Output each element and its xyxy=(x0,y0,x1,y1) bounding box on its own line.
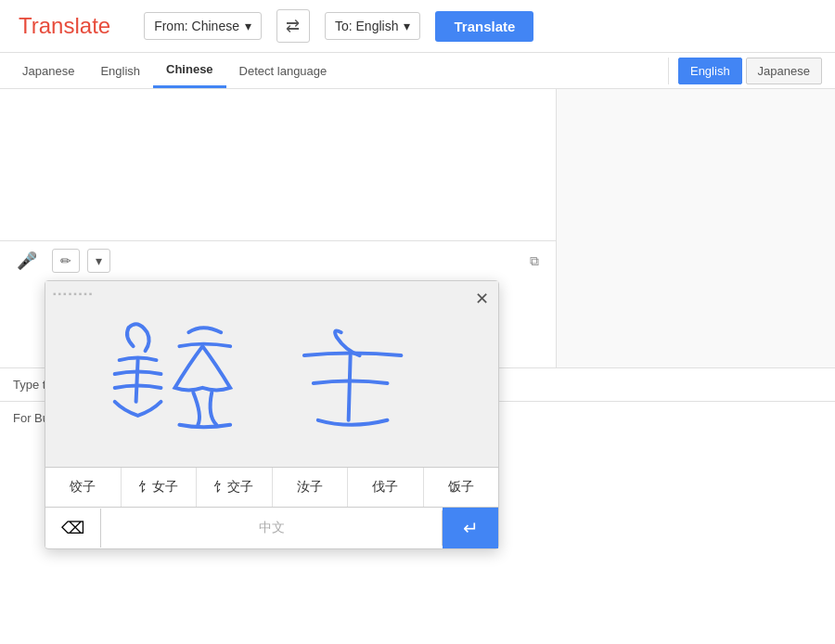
handwriting-button[interactable]: ✏ xyxy=(52,249,80,273)
dots-pattern: ▪▪▪▪▪▪▪▪ xyxy=(53,289,94,299)
app-logo: Translate xyxy=(19,13,110,39)
tab-chinese[interactable]: Chinese xyxy=(153,53,226,88)
tab-detect-language[interactable]: Detect language xyxy=(226,53,340,88)
handwriting-canvas[interactable] xyxy=(45,281,498,434)
handwriting-close-button[interactable]: ✕ xyxy=(475,289,489,309)
to-language-selector[interactable]: To: English ▾ xyxy=(325,12,420,40)
target-language-tabs: English Japanese xyxy=(668,58,826,84)
handwriting-drawing-area[interactable]: ▪▪▪▪▪▪▪▪ ✕ xyxy=(45,281,498,434)
tab-target-english[interactable]: English xyxy=(678,58,742,84)
language-tabs-row: Japanese English Chinese Detect language… xyxy=(0,53,835,89)
tab-japanese[interactable]: Japanese xyxy=(9,53,87,88)
microphone-button[interactable]: 🎤 xyxy=(9,247,45,275)
translate-button[interactable]: Translate xyxy=(435,11,533,42)
source-text-input[interactable] xyxy=(0,89,556,238)
header: Translate From: Chinese ▾ ⇄ To: English … xyxy=(0,0,835,53)
tab-target-japanese[interactable]: Japanese xyxy=(746,58,822,84)
to-dropdown-icon: ▾ xyxy=(404,19,410,33)
from-language-selector[interactable]: From: Chinese ▾ xyxy=(144,12,262,40)
tab-english[interactable]: English xyxy=(87,53,153,88)
handwriting-popup: ▪▪▪▪▪▪▪▪ ✕ 饺 xyxy=(45,280,499,434)
pencil-icon: ✏ xyxy=(60,253,71,268)
from-language-label: From: Chinese xyxy=(154,19,239,33)
swap-languages-button[interactable]: ⇄ xyxy=(276,9,310,43)
input-method-dropdown[interactable]: ▾ xyxy=(87,249,110,273)
input-toolbar: 🎤 ✏ ▾ ⧉ xyxy=(0,240,556,280)
mic-icon: 🎤 xyxy=(17,251,37,271)
copy-button[interactable]: ⧉ xyxy=(522,250,546,273)
dropdown-arrow-icon: ▾ xyxy=(96,253,102,268)
output-panel xyxy=(557,89,835,367)
from-dropdown-icon: ▾ xyxy=(245,19,251,33)
source-language-tabs: Japanese English Chinese Detect language xyxy=(9,53,668,88)
swap-icon: ⇄ xyxy=(286,16,300,36)
to-language-label: To: English xyxy=(335,19,398,33)
copy-icon: ⧉ xyxy=(530,253,539,269)
